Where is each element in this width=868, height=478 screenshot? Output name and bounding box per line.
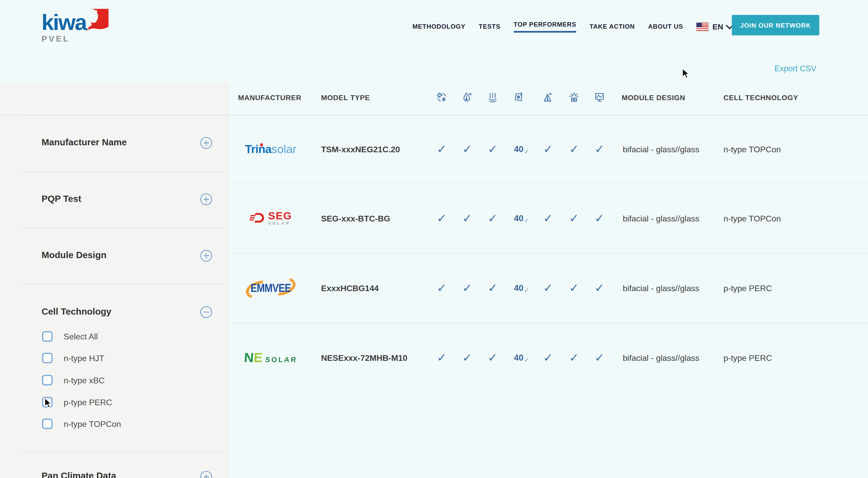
divider — [20, 452, 227, 453]
check-mark: ✓ — [431, 351, 453, 364]
check-mark: ✓ — [482, 351, 504, 364]
damp-heat-icon — [461, 91, 473, 103]
manufacturer-logo: N E SOLAR — [238, 351, 304, 364]
manufacturer-logo: Trinasolar — [238, 143, 304, 156]
nav-top-performers[interactable]: TOP PERFORMERS — [514, 21, 576, 32]
mechanical-stress-icon — [487, 91, 499, 103]
table-row[interactable]: Trinasolar TSM-xxxNEG21C.20 ✓ ✓ ✓ 40✓ ✓ … — [0, 115, 868, 184]
table-row[interactable]: N E SOLAR NESExxx-72MHB-M10 ✓ ✓ ✓ 40✓ ✓ … — [0, 323, 868, 392]
mouse-cursor — [682, 68, 692, 80]
cell-technology-value: p-type PERC — [723, 283, 772, 293]
hail-size-value: 40✓ — [507, 283, 530, 293]
hail-size-value: 40✓ — [507, 213, 530, 224]
check-mark: ✓ — [563, 143, 585, 156]
table-row[interactable]: EMMVEE ExxxHCBG144 ✓ ✓ ✓ 40✓ ✓ ✓ ✓ bifac… — [0, 253, 868, 323]
checkbox-n-type-topcon[interactable]: n-type TOPCon — [0, 414, 227, 433]
manufacturer-logo: SEG SOLAR — [238, 212, 304, 225]
solar-wordmark: SOLAR — [268, 221, 292, 225]
pid-icon — [542, 91, 554, 103]
check-mark: ✓ — [482, 281, 504, 295]
hail-size-value: 40✓ — [507, 144, 530, 155]
main-nav: METHODOLOGY TESTS TOP PERFORMERS TAKE AC… — [412, 16, 733, 36]
check-mark: ✓ — [588, 351, 611, 364]
kiwa-pvel-logo[interactable]: kiwa PVEL — [41, 11, 110, 43]
nav-tests[interactable]: TESTS — [479, 23, 500, 30]
check-mark: ✓ — [537, 281, 559, 295]
ne-n-wordmark: N — [244, 351, 254, 364]
model-type: TSM-xxxNEG21C.20 — [321, 144, 400, 154]
export-csv-link[interactable]: Export CSV — [774, 64, 816, 73]
pan-performance-icon — [593, 91, 606, 103]
check-mark: ✓ — [456, 143, 478, 156]
check-mark: ✓ — [537, 351, 559, 364]
page: kiwa PVEL METHODOLOGY TESTS TOP PERFORME… — [0, 0, 868, 478]
check-mark: ✓ — [563, 351, 585, 364]
ne-e-wordmark: E — [253, 351, 263, 364]
language-code: EN — [712, 22, 723, 31]
seg-wordmark: SEG — [268, 212, 292, 220]
manufacturer-logo: EMMVEE — [238, 277, 304, 299]
language-selector[interactable]: EN — [696, 22, 733, 31]
hail-stress-icon — [513, 91, 525, 103]
check-mark: ✓ — [524, 217, 529, 225]
trina-red-dot — [260, 143, 263, 146]
kiwa-beaver-icon — [84, 8, 110, 32]
check-mark: ✓ — [456, 281, 478, 295]
check-mark: ✓ — [524, 287, 529, 294]
nav-methodology[interactable]: METHODOLOGY — [412, 23, 465, 30]
check-mark: ✓ — [482, 212, 504, 225]
check-mark: ✓ — [563, 281, 585, 295]
lid-letid-icon — [568, 91, 580, 103]
model-type: ExxxHCBG144 — [321, 283, 379, 293]
model-type: NESExxx-72MHB-M10 — [321, 353, 407, 363]
expand-plus-icon[interactable] — [200, 471, 212, 478]
col-header-cell-technology: CELL TECHNOLOGY — [723, 94, 798, 102]
checkbox-label: n-type TOPCon — [64, 419, 121, 428]
join-our-network-button[interactable]: JOIN OUR NETWORK — [732, 15, 819, 35]
solar-wordmark: solar — [271, 143, 297, 156]
nav-about-us[interactable]: ABOUT US — [648, 23, 683, 30]
check-mark: ✓ — [537, 212, 559, 225]
seg-wing-icon — [249, 212, 266, 225]
check-mark: ✓ — [431, 143, 453, 156]
check-mark: ✓ — [537, 143, 559, 156]
solar-wordmark: SOLAR — [265, 355, 298, 364]
thermal-cycling-icon — [436, 91, 448, 103]
pvel-wordmark: PVEL — [41, 34, 110, 43]
kiwa-wordmark: kiwa — [41, 11, 86, 33]
cell-technology-value: n-type TOPCon — [723, 214, 781, 223]
check-mark: ✓ — [482, 143, 504, 156]
us-flag-icon — [696, 23, 709, 31]
module-design-value: bifacial - glass//glass — [623, 214, 699, 223]
filter-section-label: Pan Climate Data — [41, 471, 116, 478]
check-mark: ✓ — [588, 281, 611, 295]
check-mark: ✓ — [588, 212, 611, 225]
check-mark: ✓ — [524, 148, 529, 156]
check-mark: ✓ — [588, 143, 611, 156]
check-mark: ✓ — [524, 357, 529, 364]
col-header-manufacturer: MANUFACTURER — [238, 94, 301, 102]
checkbox-label: p-type PERC — [64, 397, 112, 407]
check-mark: ✓ — [431, 281, 453, 295]
check-mark: ✓ — [456, 212, 478, 225]
table-row[interactable]: SEG SOLAR SEG-xxx-BTC-BG ✓ ✓ ✓ 40✓ ✓ ✓ ✓… — [0, 183, 868, 253]
check-mark: ✓ — [456, 351, 478, 364]
module-design-value: bifacial - glass//glass — [623, 144, 699, 154]
nav-take-action[interactable]: TAKE ACTION — [589, 23, 634, 30]
emmvee-wordmark: EMMVEE — [250, 281, 291, 295]
check-mark: ✓ — [563, 212, 585, 225]
checkbox[interactable] — [42, 418, 53, 429]
trina-wordmark: Trina — [245, 143, 271, 156]
col-header-module-design: MODULE DESIGN — [622, 94, 685, 102]
cell-technology-value: p-type PERC — [723, 353, 772, 363]
check-mark: ✓ — [431, 212, 453, 225]
module-design-value: bifacial - glass//glass — [623, 283, 699, 293]
cell-technology-value: n-type TOPCon — [723, 144, 781, 154]
checkbox-p-type-perc[interactable]: p-type PERC — [0, 392, 227, 411]
mouse-cursor — [44, 398, 54, 410]
hail-size-value: 40✓ — [507, 353, 530, 363]
model-type: SEG-xxx-BTC-BG — [321, 214, 390, 223]
module-design-value: bifacial - glass//glass — [623, 353, 699, 363]
col-header-model-type: MODEL TYPE — [321, 94, 370, 102]
